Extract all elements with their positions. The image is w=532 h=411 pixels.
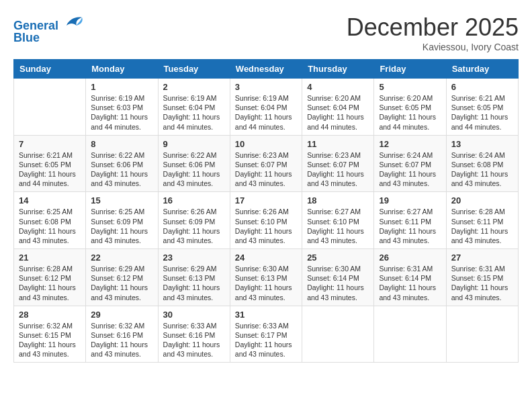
calendar-cell: 4Sunrise: 6:20 AMSunset: 6:04 PMDaylight… <box>302 79 374 136</box>
day-number: 5 <box>379 82 441 92</box>
day-number: 17 <box>235 195 297 205</box>
day-info: Sunrise: 6:19 AMSunset: 6:04 PMDaylight:… <box>163 93 225 132</box>
day-number: 31 <box>235 310 297 320</box>
day-info: Sunrise: 6:25 AMSunset: 6:08 PMDaylight:… <box>19 207 81 245</box>
day-number: 4 <box>307 82 369 92</box>
calendar-header-tuesday: Tuesday <box>158 60 230 79</box>
day-info: Sunrise: 6:28 AMSunset: 6:12 PMDaylight:… <box>19 264 81 302</box>
day-number: 18 <box>307 195 369 205</box>
day-number: 20 <box>451 195 513 205</box>
calendar-cell <box>446 306 518 363</box>
calendar-header-row: SundayMondayTuesdayWednesdayThursdayFrid… <box>14 60 519 79</box>
calendar-cell: 30Sunrise: 6:33 AMSunset: 6:16 PMDayligh… <box>158 306 230 363</box>
logo-bird-icon <box>63 13 83 30</box>
day-info: Sunrise: 6:22 AMSunset: 6:06 PMDaylight:… <box>91 150 152 189</box>
day-number: 26 <box>379 253 441 263</box>
day-info: Sunrise: 6:29 AMSunset: 6:12 PMDaylight:… <box>91 264 152 302</box>
day-info: Sunrise: 6:25 AMSunset: 6:09 PMDaylight:… <box>91 207 152 245</box>
day-info: Sunrise: 6:27 AMSunset: 6:11 PMDaylight:… <box>379 207 441 245</box>
day-info: Sunrise: 6:26 AMSunset: 6:09 PMDaylight:… <box>163 207 225 245</box>
calendar-cell: 19Sunrise: 6:27 AMSunset: 6:11 PMDayligh… <box>374 192 446 249</box>
calendar-cell <box>374 306 446 363</box>
calendar-header-saturday: Saturday <box>446 60 518 79</box>
day-info: Sunrise: 6:33 AMSunset: 6:16 PMDaylight:… <box>163 321 225 359</box>
calendar-table: SundayMondayTuesdayWednesdayThursdayFrid… <box>13 59 519 363</box>
day-info: Sunrise: 6:19 AMSunset: 6:03 PMDaylight:… <box>91 93 152 132</box>
calendar-cell <box>302 306 374 363</box>
calendar-cell: 14Sunrise: 6:25 AMSunset: 6:08 PMDayligh… <box>14 192 86 249</box>
day-number: 10 <box>235 139 297 149</box>
day-info: Sunrise: 6:27 AMSunset: 6:10 PMDaylight:… <box>307 207 369 245</box>
day-info: Sunrise: 6:23 AMSunset: 6:07 PMDaylight:… <box>235 150 297 189</box>
calendar-cell: 1Sunrise: 6:19 AMSunset: 6:03 PMDaylight… <box>86 79 158 136</box>
calendar-cell: 22Sunrise: 6:29 AMSunset: 6:12 PMDayligh… <box>86 249 158 306</box>
day-info: Sunrise: 6:31 AMSunset: 6:14 PMDaylight:… <box>379 264 441 302</box>
calendar-header-thursday: Thursday <box>302 60 374 79</box>
day-info: Sunrise: 6:20 AMSunset: 6:04 PMDaylight:… <box>307 93 369 132</box>
month-title: December 2025 <box>347 13 519 42</box>
page-header: General Blue December 2025 Kaviessou, Iv… <box>13 13 519 52</box>
calendar-cell: 5Sunrise: 6:20 AMSunset: 6:05 PMDaylight… <box>374 79 446 136</box>
day-info: Sunrise: 6:24 AMSunset: 6:08 PMDaylight:… <box>451 150 513 189</box>
day-info: Sunrise: 6:21 AMSunset: 6:05 PMDaylight:… <box>19 150 81 189</box>
day-info: Sunrise: 6:21 AMSunset: 6:05 PMDaylight:… <box>451 93 513 132</box>
day-number: 29 <box>91 310 152 320</box>
day-info: Sunrise: 6:28 AMSunset: 6:11 PMDaylight:… <box>451 207 513 245</box>
calendar-cell: 2Sunrise: 6:19 AMSunset: 6:04 PMDaylight… <box>158 79 230 136</box>
calendar-week-row: 21Sunrise: 6:28 AMSunset: 6:12 PMDayligh… <box>14 249 519 306</box>
day-number: 13 <box>451 139 513 149</box>
calendar-cell: 31Sunrise: 6:33 AMSunset: 6:17 PMDayligh… <box>230 306 302 363</box>
calendar-cell: 6Sunrise: 6:21 AMSunset: 6:05 PMDaylight… <box>446 79 518 136</box>
day-number: 23 <box>163 253 225 263</box>
day-number: 22 <box>91 253 152 263</box>
day-info: Sunrise: 6:24 AMSunset: 6:07 PMDaylight:… <box>379 150 441 189</box>
calendar-cell <box>14 79 86 136</box>
day-number: 8 <box>91 139 152 149</box>
calendar-cell: 29Sunrise: 6:32 AMSunset: 6:16 PMDayligh… <box>86 306 158 363</box>
day-info: Sunrise: 6:31 AMSunset: 6:15 PMDaylight:… <box>451 264 513 302</box>
day-number: 2 <box>163 82 225 92</box>
day-info: Sunrise: 6:33 AMSunset: 6:17 PMDaylight:… <box>235 321 297 359</box>
day-number: 15 <box>91 195 152 205</box>
calendar-cell: 10Sunrise: 6:23 AMSunset: 6:07 PMDayligh… <box>230 135 302 192</box>
day-info: Sunrise: 6:29 AMSunset: 6:13 PMDaylight:… <box>163 264 225 302</box>
day-number: 12 <box>379 139 441 149</box>
calendar-week-row: 7Sunrise: 6:21 AMSunset: 6:05 PMDaylight… <box>14 135 519 192</box>
day-number: 9 <box>163 139 225 149</box>
day-number: 28 <box>19 310 81 320</box>
day-number: 7 <box>19 139 81 149</box>
calendar-cell: 28Sunrise: 6:32 AMSunset: 6:15 PMDayligh… <box>14 306 86 363</box>
calendar-cell: 12Sunrise: 6:24 AMSunset: 6:07 PMDayligh… <box>374 135 446 192</box>
calendar-cell: 25Sunrise: 6:30 AMSunset: 6:14 PMDayligh… <box>302 249 374 306</box>
calendar-cell: 8Sunrise: 6:22 AMSunset: 6:06 PMDaylight… <box>86 135 158 192</box>
day-number: 27 <box>451 253 513 263</box>
day-number: 1 <box>91 82 152 92</box>
title-block: December 2025 Kaviessou, Ivory Coast <box>347 13 519 52</box>
calendar-cell: 26Sunrise: 6:31 AMSunset: 6:14 PMDayligh… <box>374 249 446 306</box>
day-info: Sunrise: 6:20 AMSunset: 6:05 PMDaylight:… <box>379 93 441 132</box>
calendar-cell: 23Sunrise: 6:29 AMSunset: 6:13 PMDayligh… <box>158 249 230 306</box>
calendar-cell: 11Sunrise: 6:23 AMSunset: 6:07 PMDayligh… <box>302 135 374 192</box>
calendar-header-monday: Monday <box>86 60 158 79</box>
day-number: 3 <box>235 82 297 92</box>
calendar-cell: 27Sunrise: 6:31 AMSunset: 6:15 PMDayligh… <box>446 249 518 306</box>
calendar-cell: 13Sunrise: 6:24 AMSunset: 6:08 PMDayligh… <box>446 135 518 192</box>
day-info: Sunrise: 6:32 AMSunset: 6:15 PMDaylight:… <box>19 321 81 359</box>
day-number: 14 <box>19 195 81 205</box>
calendar-week-row: 1Sunrise: 6:19 AMSunset: 6:03 PMDaylight… <box>14 79 519 136</box>
day-info: Sunrise: 6:30 AMSunset: 6:14 PMDaylight:… <box>307 264 369 302</box>
location-subtitle: Kaviessou, Ivory Coast <box>347 42 519 52</box>
logo: General Blue <box>13 13 83 45</box>
calendar-cell: 17Sunrise: 6:26 AMSunset: 6:10 PMDayligh… <box>230 192 302 249</box>
calendar-header-wednesday: Wednesday <box>230 60 302 79</box>
day-number: 21 <box>19 253 81 263</box>
day-info: Sunrise: 6:26 AMSunset: 6:10 PMDaylight:… <box>235 207 297 245</box>
day-number: 16 <box>163 195 225 205</box>
calendar-cell: 16Sunrise: 6:26 AMSunset: 6:09 PMDayligh… <box>158 192 230 249</box>
day-info: Sunrise: 6:30 AMSunset: 6:13 PMDaylight:… <box>235 264 297 302</box>
calendar-week-row: 14Sunrise: 6:25 AMSunset: 6:08 PMDayligh… <box>14 192 519 249</box>
day-info: Sunrise: 6:19 AMSunset: 6:04 PMDaylight:… <box>235 93 297 132</box>
calendar-header-sunday: Sunday <box>14 60 86 79</box>
calendar-week-row: 28Sunrise: 6:32 AMSunset: 6:15 PMDayligh… <box>14 306 519 363</box>
day-number: 6 <box>451 82 513 92</box>
